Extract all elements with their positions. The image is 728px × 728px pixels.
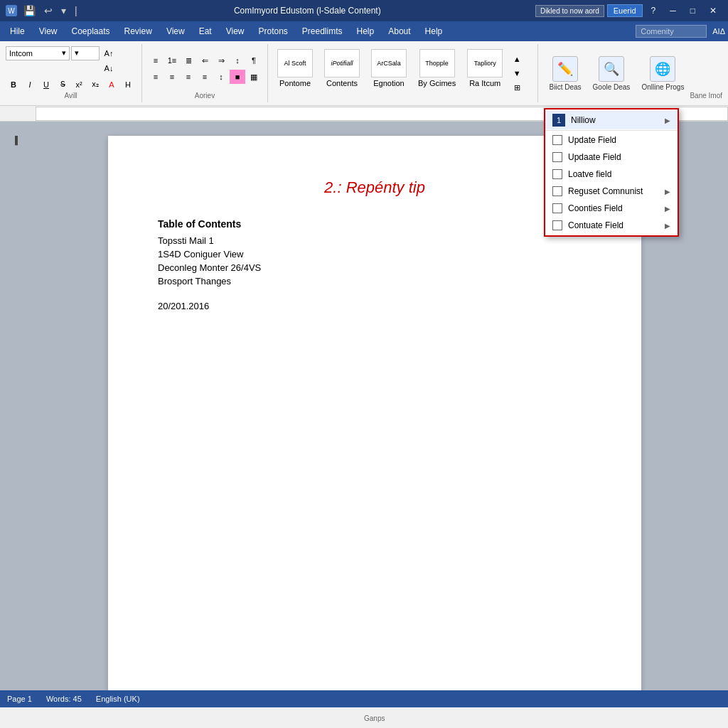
style-ipotifiall[interactable]: iPotifiall Contents — [319, 47, 365, 100]
strikethrough-btn[interactable]: S̶ — [55, 77, 70, 92]
ribbon-actions-group: ✏️ Biict Deas 🔍 Goole Deas 🌐 Onlline Pro… — [538, 44, 728, 102]
menu-help2[interactable]: Help — [418, 23, 450, 39]
goole-icon: 🔍 — [599, 56, 624, 82]
align-left-btn[interactable]: ≡ — [148, 70, 164, 84]
style-preview-tapliory: Tapliory — [467, 49, 503, 77]
italic-btn[interactable]: I — [22, 77, 38, 92]
menu-protons[interactable]: Protons — [251, 23, 294, 39]
menu-coeplaats[interactable]: Coeplaats — [64, 23, 117, 39]
ctx-checkbox-coonties[interactable] — [552, 203, 562, 213]
subscript-btn[interactable]: x₂ — [87, 77, 103, 92]
style-thopple[interactable]: Thopple By Gcimes — [413, 47, 461, 100]
font-name-selector[interactable]: Intcom ▾ — [6, 46, 70, 60]
line-spacing-btn[interactable]: ↕ — [213, 70, 229, 84]
ctx-checkbox-updaate[interactable] — [552, 152, 562, 162]
bold-btn[interactable]: B — [6, 77, 21, 92]
status-bar: Page 1 Words: 45 English (UK) — [0, 690, 728, 707]
document-heading: 2.: Repénty tip — [158, 178, 592, 197]
indent-increase-btn[interactable]: ⇒ — [213, 53, 229, 68]
ctx-label-nilliow: Nilliow — [571, 115, 596, 125]
underline-btn[interactable]: U — [38, 77, 54, 92]
borders-btn[interactable]: ▦ — [246, 70, 262, 84]
minimize-btn[interactable]: ─ — [664, 4, 682, 17]
sidebar-marker: ▌ — [15, 136, 21, 144]
action-goole[interactable]: 🔍 Goole Deas — [587, 53, 636, 94]
bullets-btn[interactable]: ≡ — [148, 53, 164, 68]
style-label-arcsala: Egnotion — [373, 79, 404, 87]
context-menu: 1 Nilliow ▶ Update Field Updaate Field L… — [544, 108, 679, 237]
toc-item-3: Deconleg Monter 26/4VS — [158, 262, 592, 273]
font-group-label: Avill — [64, 92, 77, 101]
quick-options-btn[interactable]: ▾ — [59, 4, 68, 18]
menu-hile[interactable]: Hile — [3, 23, 32, 39]
styles-scroll-up[interactable]: ▲ — [509, 52, 525, 66]
quick-extra-btn[interactable]: | — [73, 4, 80, 18]
maximize-btn[interactable]: □ — [685, 4, 701, 17]
biict-label: Biict Deas — [550, 83, 582, 91]
style-arcsala[interactable]: ArCSala Egnotion — [366, 47, 412, 100]
search-extra: ΑΙΔ — [712, 27, 725, 36]
menu-view1[interactable]: View — [32, 23, 65, 39]
styles-scroll-down[interactable]: ▼ — [509, 66, 525, 80]
ctx-item-loatve-field[interactable]: Loatve field — [545, 166, 678, 183]
action-onlline[interactable]: 🌐 Onlline Progs — [636, 53, 690, 94]
font-size-dropdown-icon[interactable]: ▾ — [75, 48, 79, 58]
search-input[interactable] — [636, 25, 707, 38]
font-increase-btn[interactable]: A↑ — [101, 46, 117, 60]
ctx-checkbox-reguset[interactable] — [552, 186, 562, 196]
font-decrease-btn[interactable]: A↓ — [101, 61, 117, 75]
ctx-item-update-field[interactable]: Update Field — [545, 132, 678, 149]
ctx-label-updaate-field: Updaate Field — [568, 152, 621, 162]
highlight-btn[interactable]: H — [120, 77, 136, 92]
ctx-checkbox-update[interactable] — [552, 135, 562, 145]
ctx-item-updaate-field[interactable]: Updaate Field — [545, 149, 678, 166]
ctx-item-contuate[interactable]: Contuate Field ▶ — [545, 217, 678, 234]
font-size-selector[interactable]: ▾ — [71, 46, 100, 60]
sort-btn[interactable]: ↕ — [230, 53, 245, 68]
multilevel-btn[interactable]: ≣ — [181, 53, 196, 68]
numbering-btn[interactable]: 1≡ — [164, 53, 180, 68]
pilcrow-btn[interactable]: ¶ — [246, 53, 262, 68]
ctx-checkbox-loatve[interactable] — [552, 169, 562, 179]
biict-icon: ✏️ — [552, 56, 578, 82]
ctx-separator-1 — [545, 130, 678, 131]
menu-preedlimts[interactable]: Preedlimts — [295, 23, 350, 39]
save-button[interactable]: Euerid — [607, 4, 643, 17]
shading-btn[interactable]: ■ — [230, 70, 245, 84]
menu-view2[interactable]: View — [159, 23, 192, 39]
align-center-btn[interactable]: ≡ — [164, 70, 180, 84]
ctx-label-reguset: Reguset Comnunist — [568, 186, 643, 196]
ribbon: Intcom ▾ ▾ A↑ A↓ B — [0, 41, 728, 106]
font-color-btn[interactable]: A — [104, 77, 119, 92]
ctx-checkbox-contuate[interactable] — [552, 220, 562, 230]
action-biict[interactable]: ✏️ Biict Deas — [544, 53, 587, 94]
left-sidebar: ▌ — [0, 122, 36, 690]
menu-review[interactable]: Review — [117, 23, 159, 39]
style-al-scoft[interactable]: Al Scoft Pontome — [272, 47, 318, 100]
doc-date: 20/201.2016 — [158, 301, 592, 311]
menu-view3[interactable]: View — [219, 23, 252, 39]
align-right-btn[interactable]: ≡ — [181, 70, 196, 84]
ctx-item-coonties[interactable]: Coonties Field ▶ — [545, 200, 678, 217]
title-bar-right: Dikled to now aord Euerid ? ─ □ ✕ — [535, 4, 722, 17]
quick-save-btn[interactable]: 💾 — [21, 4, 38, 18]
styles-more[interactable]: ⊞ — [509, 80, 525, 95]
font-dropdown-icon[interactable]: ▾ — [62, 48, 66, 58]
ribbon-font-group: Intcom ▾ ▾ A↑ A↓ B — [0, 44, 142, 102]
quick-undo-btn[interactable]: ↩ — [42, 4, 55, 18]
menu-help1[interactable]: Help — [350, 23, 382, 39]
right-sidebar — [714, 122, 728, 690]
close-btn[interactable]: ✕ — [704, 4, 722, 17]
ctx-item-reguset[interactable]: Reguset Comnunist ▶ — [545, 183, 678, 200]
ribbon-styles-group: Al Scoft Pontome iPotifiall Contents ArC… — [268, 44, 538, 102]
menu-about[interactable]: About — [381, 23, 417, 39]
indent-decrease-btn[interactable]: ⇐ — [197, 53, 213, 68]
style-preview-ipotifiall: iPotifiall — [324, 49, 360, 77]
menu-eat[interactable]: Eat — [192, 23, 219, 39]
ctx-item-nilliow[interactable]: 1 Nilliow ▶ — [545, 111, 678, 129]
help-btn[interactable]: ? — [646, 4, 662, 17]
style-tapliory[interactable]: Tapliory Ra Itcum — [462, 47, 508, 100]
justify-btn[interactable]: ≡ — [197, 70, 213, 84]
paragraph-group-label: Aoriev — [195, 92, 215, 101]
superscript-btn[interactable]: x² — [71, 77, 87, 92]
